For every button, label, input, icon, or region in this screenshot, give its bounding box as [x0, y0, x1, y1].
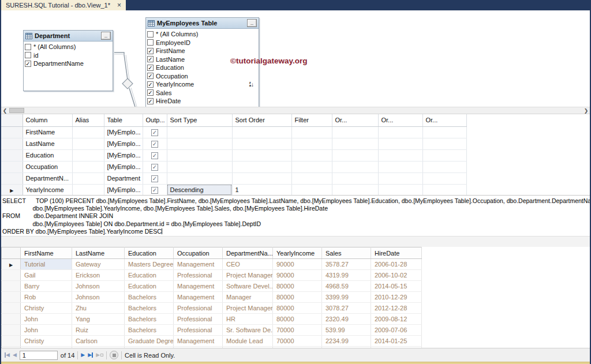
column-checkbox[interactable]	[25, 52, 31, 58]
row-selector[interactable]	[1, 138, 23, 149]
result-cell[interactable]: Ruiz	[72, 325, 125, 336]
results-header-departmentname[interactable]: DepartmentNa...	[223, 247, 273, 259]
scrollbar-thumb[interactable]	[9, 108, 24, 113]
result-cell[interactable]: 70000	[273, 336, 322, 347]
criteria-cell[interactable]	[378, 138, 422, 149]
previous-record-button[interactable]: ◀	[13, 352, 17, 358]
criteria-cell[interactable]	[422, 138, 466, 149]
result-cell[interactable]: 2014-05-15	[371, 281, 422, 292]
result-cell[interactable]: Management	[174, 292, 223, 303]
criteria-header-or1[interactable]: Or...	[332, 114, 378, 126]
criteria-cell[interactable]	[422, 161, 466, 172]
close-icon[interactable]: ×	[117, 2, 121, 9]
criteria-cell[interactable]: Department	[104, 172, 143, 184]
result-row[interactable]: GailEricksonEducationProfessionalProject…	[2, 270, 422, 281]
result-cell[interactable]: Christy	[21, 336, 72, 347]
result-cell[interactable]: Manager	[223, 292, 273, 303]
criteria-cell[interactable]: [MyEmplo...	[104, 161, 143, 172]
result-cell[interactable]: Johnson	[72, 281, 125, 292]
result-row[interactable]: ChristyCarlsonGraduate DegreeManagementM…	[2, 336, 422, 347]
result-cell[interactable]: Christy	[21, 303, 72, 314]
criteria-cell[interactable]	[332, 172, 378, 184]
record-position-input[interactable]: 1	[20, 351, 58, 360]
results-header-sales[interactable]: Sales	[322, 247, 371, 259]
row-selector[interactable]	[1, 126, 23, 138]
result-cell[interactable]: 4968.59	[322, 281, 371, 292]
result-cell[interactable]: 70000	[273, 325, 322, 336]
criteria-cell[interactable]	[378, 172, 422, 184]
diagram-pane[interactable]: Department _ * (All Columns)id✓Departmen…	[1, 10, 590, 107]
output-checkbox[interactable]: ✓	[151, 152, 158, 159]
result-cell[interactable]: Gateway	[72, 259, 125, 270]
table-column-item[interactable]: ✓Sales	[147, 89, 257, 97]
criteria-cell[interactable]: Education	[23, 149, 72, 161]
horizontal-scrollbar[interactable]: ❮ ❯	[1, 107, 590, 114]
table-column-item[interactable]: ✓YearlyIncomeza↓	[147, 80, 257, 89]
sql-line[interactable]: dbo.[MyEmployees Table].YearlyIncome, db…	[2, 205, 589, 212]
result-row[interactable]: BarryJohnsonEducationManagementSoftware …	[2, 281, 422, 292]
result-cell[interactable]: 2014-01-25	[371, 336, 422, 347]
document-tab[interactable]: SURESH.SQL Tutorial - dbo.View_1* ×	[1, 0, 126, 10]
criteria-cell[interactable]	[378, 184, 422, 195]
criteria-pane[interactable]: Column Alias Table Outp... Sort Type Sor…	[1, 114, 590, 195]
minimize-button[interactable]: _	[101, 32, 111, 40]
criteria-output-cell[interactable]: ✓	[143, 149, 167, 161]
result-cell[interactable]: 2006-01-28	[371, 259, 422, 270]
criteria-row[interactable]: Occupation[MyEmplo...✓	[1, 161, 466, 172]
result-cell[interactable]: Tutorial	[21, 259, 72, 270]
result-cell[interactable]: 80000	[273, 292, 322, 303]
column-checkbox[interactable]: ✓	[147, 73, 154, 79]
myemployees-table-header[interactable]: MyEmployees Table _	[146, 18, 259, 29]
row-selector[interactable]: ▶	[2, 259, 21, 270]
result-cell[interactable]: Gail	[21, 270, 72, 281]
result-row[interactable]: JohnRuizBachelorsProfessionalSr. Softwar…	[2, 325, 422, 336]
result-cell[interactable]: HR	[223, 314, 273, 325]
result-row[interactable]: RobJohnsonBachelorsManagementManager8000…	[2, 292, 422, 303]
table-column-item[interactable]: ✓DepartmentName	[25, 59, 111, 68]
criteria-cell[interactable]	[232, 172, 291, 184]
result-cell[interactable]: Erickson	[72, 270, 125, 281]
result-cell[interactable]: 80000	[273, 303, 322, 314]
row-selector[interactable]	[2, 303, 21, 314]
sql-line[interactable]: SELECT TOP (100) PERCENT dbo.[MyEmployee…	[2, 197, 589, 205]
criteria-row[interactable]: ▶YearlyIncome[MyEmplo...✓Descending1	[1, 184, 466, 195]
minimize-button[interactable]: _	[247, 19, 257, 27]
criteria-header-output[interactable]: Outp...	[143, 114, 167, 126]
table-column-item[interactable]: ✓Occupation	[147, 72, 257, 81]
criteria-header-or2[interactable]: Or...	[378, 114, 422, 126]
row-selector[interactable]	[1, 172, 23, 184]
criteria-cell[interactable]	[422, 149, 466, 161]
result-cell[interactable]: Carlson	[72, 336, 125, 347]
column-checkbox[interactable]: ✓	[147, 56, 154, 62]
department-table-header[interactable]: Department _	[24, 31, 113, 42]
criteria-cell[interactable]	[291, 172, 332, 184]
criteria-row[interactable]: FirstName[MyEmplo...✓	[1, 126, 466, 138]
column-checkbox[interactable]: ✓	[147, 98, 154, 104]
result-cell[interactable]: Management	[174, 259, 223, 270]
criteria-cell[interactable]	[72, 149, 104, 161]
result-cell[interactable]: 2012-12-28	[371, 303, 422, 314]
results-header-firstname[interactable]: FirstName	[21, 247, 72, 259]
result-cell[interactable]: Management	[174, 281, 223, 292]
result-cell[interactable]: 3399.99	[322, 292, 371, 303]
criteria-header-or3[interactable]: Or...	[422, 114, 466, 126]
criteria-output-cell[interactable]: ✓	[143, 138, 167, 149]
result-cell[interactable]: Bachelors	[125, 292, 174, 303]
result-cell[interactable]: Professional	[174, 270, 223, 281]
criteria-cell[interactable]: [MyEmplo...	[104, 138, 143, 149]
result-cell[interactable]: 2009-08-12	[371, 314, 422, 325]
table-column-item[interactable]: id	[25, 51, 111, 60]
result-cell[interactable]: 90000	[273, 270, 322, 281]
table-column-item[interactable]: * (All Columns)	[25, 43, 111, 51]
result-cell[interactable]: 2010-12-29	[371, 292, 422, 303]
criteria-cell[interactable]	[291, 149, 332, 161]
result-cell[interactable]: Johnson	[72, 292, 125, 303]
row-selector[interactable]	[1, 161, 23, 172]
table-column-item[interactable]: * (All Columns)	[147, 30, 257, 39]
criteria-cell[interactable]	[422, 172, 466, 184]
sql-line[interactable]: dbo.[MyEmployees Table] ON dbo.Departmen…	[2, 220, 589, 228]
result-cell[interactable]: Barry	[21, 281, 72, 292]
criteria-cell[interactable]	[232, 126, 291, 138]
criteria-cell[interactable]	[291, 138, 332, 149]
row-selector[interactable]: ▶	[1, 184, 23, 195]
